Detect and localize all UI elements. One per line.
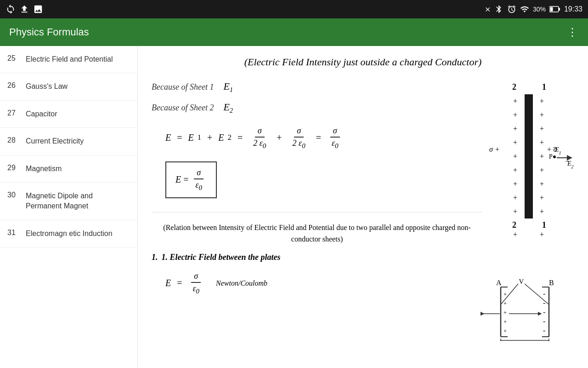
conductor-diagram: 2 1 + + + + + + + + + σ + + + xyxy=(487,80,574,264)
svg-text:-: - xyxy=(543,290,545,298)
svg-text:V: V xyxy=(519,278,524,285)
fraction-1: σ 2 ε0 xyxy=(250,126,269,150)
image-icon xyxy=(33,4,43,14)
main-equation: E = E1 + E2 = σ 2 ε0 + σ 2 ε0 = σ ε0 xyxy=(165,126,482,150)
formula-section-1: Because of Sheet 1 E1 Because of Sheet 2… xyxy=(152,80,574,305)
battery-percent: 30% xyxy=(533,6,546,13)
nav-number-28: 28 xyxy=(7,136,26,144)
nav-label-28: Current Electricity xyxy=(26,136,84,146)
nav-number-27: 27 xyxy=(7,109,26,117)
svg-text:+: + xyxy=(513,152,517,160)
section-number: 1. xyxy=(152,253,158,262)
nav-item-28[interactable]: 28 Current Electricity xyxy=(0,128,137,155)
svg-rect-2 xyxy=(559,8,560,11)
nav-label-25: Electric Field and Potential xyxy=(26,54,113,64)
e1-var: E1 xyxy=(223,80,232,94)
svg-text:+: + xyxy=(513,194,517,201)
sheet2-label: Because of Sheet 2 xyxy=(152,103,214,113)
time-display: 19:33 xyxy=(564,5,582,13)
nav-item-31[interactable]: 31 Electromagn etic Induction xyxy=(0,220,137,247)
main-formula-title: (Electric Field Intensity just outside a… xyxy=(152,55,574,69)
svg-text:1: 1 xyxy=(542,220,546,230)
svg-text:+: + xyxy=(503,328,507,334)
nav-item-27[interactable]: 27 Capacitor xyxy=(0,101,137,128)
app-bar: Physics Formulas ⋮ xyxy=(0,18,588,46)
svg-rect-25 xyxy=(525,94,533,218)
sheet1-label: Because of Sheet 1 xyxy=(152,82,214,92)
svg-text:+: + xyxy=(513,97,517,105)
status-bar-right: ⨯ 30% 19:33 xyxy=(485,5,582,14)
nav-number-31: 31 xyxy=(7,229,26,237)
nav-list: 25 Electric Field and Potential 26 Gauss… xyxy=(0,46,138,368)
svg-text:P●: P● xyxy=(549,153,556,160)
bluetooth-icon-svg xyxy=(494,5,503,14)
svg-rect-1 xyxy=(550,7,553,12)
svg-text:+: + xyxy=(503,309,507,316)
svg-text:⃗E2: ⃗E2 xyxy=(565,160,574,169)
svg-text:2: 2 xyxy=(512,82,516,92)
svg-text:-: - xyxy=(543,308,545,316)
svg-text:+: + xyxy=(540,180,544,188)
capacitor-diagram: A B + + + + + - - - - xyxy=(469,277,574,341)
nav-number-29: 29 xyxy=(7,164,26,172)
svg-text:+: + xyxy=(540,125,544,132)
nav-number-25: 25 xyxy=(7,54,26,63)
svg-text:+: + xyxy=(513,138,517,146)
nav-label-31: Electromagn etic Induction xyxy=(26,229,113,239)
svg-text:1: 1 xyxy=(542,82,546,92)
nav-item-29[interactable]: 29 Magnetism xyxy=(0,155,137,183)
svg-text:-: - xyxy=(543,317,545,325)
sheet2-line: Because of Sheet 2 E2 xyxy=(152,101,482,115)
app-title: Physics Formulas xyxy=(9,26,89,38)
status-bar: ⨯ 30% 19:33 xyxy=(0,0,588,18)
upload-icon xyxy=(19,4,29,14)
svg-text:+: + xyxy=(513,125,517,132)
svg-text:A: A xyxy=(496,279,502,287)
e2-var: E2 xyxy=(223,101,232,115)
nav-item-25[interactable]: 25 Electric Field and Potential xyxy=(0,46,137,73)
svg-text:+: + xyxy=(540,207,544,215)
svg-text:+: + xyxy=(503,291,507,298)
svg-text:+: + xyxy=(513,230,517,238)
status-bar-left xyxy=(6,4,43,14)
svg-text:+: + xyxy=(513,111,517,119)
overflow-menu-button[interactable]: ⋮ xyxy=(567,26,579,39)
formula-left-content: Because of Sheet 1 E1 Because of Sheet 2… xyxy=(152,80,482,305)
nav-label-29: Magnetism xyxy=(26,164,62,174)
main-content: 25 Electric Field and Potential 26 Gauss… xyxy=(0,46,588,368)
nav-label-26: Gauss's Law xyxy=(26,81,68,92)
nav-label-30: Magnetic Dipole and Permanent Magnet xyxy=(26,191,130,212)
svg-text:2: 2 xyxy=(512,220,516,230)
ef-fraction: σ ε0 xyxy=(190,271,203,295)
svg-text:+: + xyxy=(540,230,544,238)
signal-icon xyxy=(520,5,529,14)
svg-text:+: + xyxy=(540,194,544,201)
ef-equation: E = σ ε0 Newton/Coulomb xyxy=(165,271,482,295)
nav-number-26: 26 xyxy=(7,81,26,90)
nav-item-30[interactable]: 30 Magnetic Dipole and Permanent Magnet xyxy=(0,183,137,220)
section-title: 1. Electric Field between the plates xyxy=(162,253,281,262)
sheet1-line: Because of Sheet 1 E1 xyxy=(152,80,482,94)
svg-text:+: + xyxy=(513,207,517,215)
bluetooth-icon: ⨯ xyxy=(485,5,491,14)
svg-text:+: + xyxy=(513,180,517,188)
fraction-2: σ 2 ε0 xyxy=(290,126,308,150)
newton-coulomb: Newton/Coulomb xyxy=(216,279,267,288)
svg-text:+: + xyxy=(540,152,544,160)
fraction-3: σ ε0 xyxy=(329,126,341,150)
relation-text: (Relation between Intensity of Electric … xyxy=(152,222,482,245)
sync-icon xyxy=(6,4,16,14)
nav-label-27: Capacitor xyxy=(26,109,57,119)
nav-item-26[interactable]: 26 Gauss's Law xyxy=(0,73,137,100)
content-area: (Electric Field Intensity just outside a… xyxy=(138,46,588,368)
svg-text:+: + xyxy=(540,97,544,105)
svg-text:σ +: σ + xyxy=(489,145,500,153)
boxed-formula: E = σ ε0 xyxy=(165,161,217,198)
divider-1 xyxy=(152,212,482,213)
svg-text:+: + xyxy=(540,166,544,174)
conductor-diagram-container: 2 1 + + + + + + + + + σ + + + xyxy=(482,80,574,266)
electric-field-section: 1. 1. Electric Field between the plates xyxy=(152,253,482,262)
svg-text:+: + xyxy=(540,111,544,119)
boxed-fraction: σ ε0 xyxy=(193,168,205,192)
alarm-icon xyxy=(507,5,516,14)
